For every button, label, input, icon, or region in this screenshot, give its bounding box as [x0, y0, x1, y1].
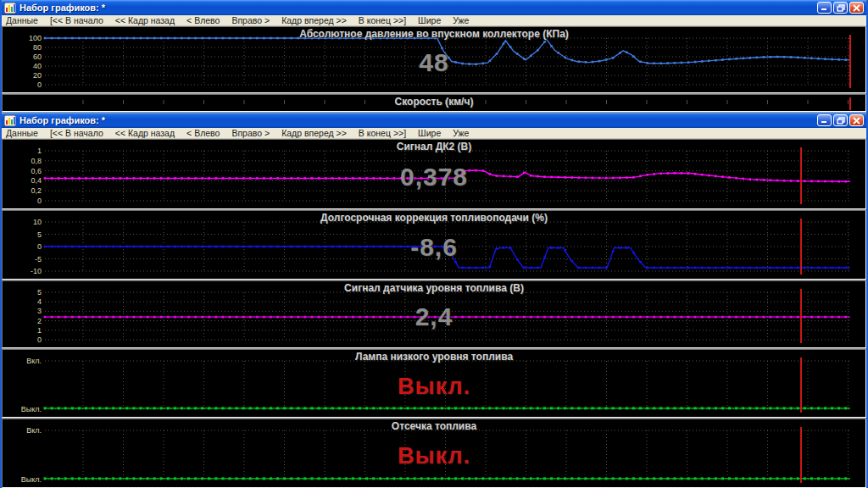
menu-item-narrower[interactable]: Уже: [453, 15, 469, 26]
svg-text:0: 0: [37, 242, 42, 251]
svg-text:1: 1: [37, 147, 42, 155]
svg-text:0: 0: [37, 336, 42, 344]
svg-text:Выкл.: Выкл.: [21, 405, 42, 413]
close-icon: [853, 4, 860, 12]
menu-item-data[interactable]: Данные: [6, 128, 38, 139]
svg-text:80: 80: [33, 43, 42, 52]
menu-item-right[interactable]: Вправо >: [231, 128, 270, 139]
svg-text:5: 5: [37, 230, 42, 239]
minimize-button[interactable]: [817, 2, 832, 14]
svg-text:4: 4: [37, 297, 42, 306]
app-chart-icon: [4, 115, 16, 126]
restore-button[interactable]: [833, 114, 848, 126]
menu-item-to-end[interactable]: В конец >>]: [359, 128, 406, 139]
svg-text:0,2: 0,2: [31, 186, 42, 195]
menu-item-frame-fwd[interactable]: Кадр вперед >>: [281, 128, 347, 139]
chart-panel-fuel-trim[interactable]: 1050-5-10 Долгосрочная коррекция топливо…: [2, 210, 866, 280]
svg-text:Вкл.: Вкл.: [26, 357, 42, 365]
menu-item-to-start[interactable]: [<< В начало: [50, 128, 103, 139]
restore-icon: [837, 117, 845, 125]
menu-item-frame-back[interactable]: << Кадр назад: [115, 15, 175, 26]
titlebar[interactable]: Набор графиков: *: [2, 113, 866, 128]
app-chart-icon: [4, 3, 16, 14]
svg-text:0,6: 0,6: [31, 167, 42, 175]
svg-text:-5: -5: [35, 255, 42, 263]
menu-item-to-end[interactable]: В конец >>]: [359, 15, 406, 26]
menu-item-to-start[interactable]: [<< В начало: [50, 15, 103, 26]
close-button[interactable]: [849, 114, 864, 126]
minimize-button[interactable]: [817, 114, 832, 126]
menu-item-wider[interactable]: Шире: [418, 128, 441, 139]
svg-text:3: 3: [37, 307, 42, 315]
svg-text:-10: -10: [31, 267, 42, 275]
svg-text:1: 1: [37, 326, 42, 335]
svg-text:40: 40: [33, 62, 42, 70]
svg-text:100: 100: [29, 34, 42, 42]
svg-text:10: 10: [33, 218, 42, 226]
chart-panel-speed[interactable]: Скорость (км/ч): [2, 94, 866, 112]
grapher-window-back: Набор графиков: * Данные [<< В начало <<…: [0, 0, 868, 114]
svg-text:Вкл.: Вкл.: [26, 426, 42, 435]
titlebar[interactable]: Набор графиков: *: [2, 0, 866, 15]
menubar: Данные [<< В начало << Кадр назад < Влев…: [2, 128, 866, 139]
minimize-icon: [821, 117, 828, 124]
close-icon: [853, 117, 860, 125]
restore-button[interactable]: [833, 2, 848, 14]
svg-text:5: 5: [37, 288, 42, 297]
svg-text:0: 0: [37, 197, 42, 205]
menu-item-narrower[interactable]: Уже: [453, 128, 469, 139]
minimize-icon: [821, 4, 828, 11]
svg-text:2: 2: [37, 317, 42, 325]
chart-panel-fuel-level[interactable]: 543210 Сигнал датчика уровня топлива (В)…: [2, 280, 866, 348]
svg-text:0,8: 0,8: [31, 157, 42, 165]
menu-item-data[interactable]: Данные: [6, 15, 38, 26]
grapher-window-front: Набор графиков: * Данные [<< В начало <<…: [0, 113, 868, 488]
restore-icon: [837, 4, 845, 12]
menu-item-frame-fwd[interactable]: Кадр вперед >>: [281, 15, 347, 26]
svg-text:Выкл.: Выкл.: [21, 475, 42, 484]
menu-item-left[interactable]: < Влево: [186, 128, 220, 139]
svg-text:0,4: 0,4: [31, 176, 42, 185]
menu-item-wider[interactable]: Шире: [418, 15, 441, 26]
menu-item-right[interactable]: Вправо >: [231, 15, 270, 26]
svg-text:60: 60: [33, 53, 42, 61]
svg-text:0: 0: [37, 80, 42, 89]
close-button[interactable]: [849, 2, 864, 14]
chart-panel-fuel-cutoff[interactable]: Вкл.Выкл. Отсечка топлива Выкл.: [2, 419, 866, 488]
chart-panel-manifold-pressure[interactable]: 100806040200 Абсолютное давление во впус…: [2, 26, 866, 93]
menu-item-frame-back[interactable]: << Кадр назад: [115, 128, 175, 139]
svg-text:20: 20: [33, 71, 42, 80]
menubar: Данные [<< В начало << Кадр назад < Влев…: [2, 15, 866, 26]
window-title: Набор графиков: *: [19, 3, 817, 13]
chart-panel-low-fuel-lamp[interactable]: Вкл.Выкл. Лампа низкого уровня топлива В…: [2, 349, 866, 418]
menu-item-left[interactable]: < Влево: [186, 15, 220, 26]
window-title: Набор графиков: *: [19, 115, 817, 125]
chart-panel-o2-sensor[interactable]: 10,80,60,40,20 Сигнал ДК2 (В) 0,378: [2, 139, 866, 209]
